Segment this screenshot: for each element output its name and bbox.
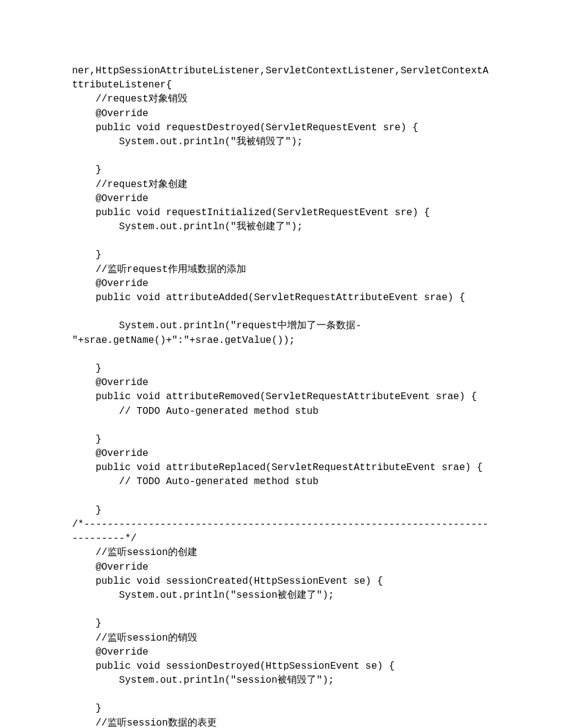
code-line: @Override — [72, 448, 148, 459]
code-line: ner,HttpSessionAttributeListener,Servlet… — [72, 65, 489, 90]
code-line: @Override — [72, 377, 148, 388]
code-line: // TODO Auto-generated method stub — [72, 406, 318, 417]
code-line: //监听session数据的表更 — [72, 718, 217, 728]
code-line: //监听session的销毁 — [72, 633, 197, 644]
code-line: @Override — [72, 193, 148, 204]
code-line: // TODO Auto-generated method stub — [72, 476, 318, 487]
code-line: /*--------------------------------------… — [72, 519, 489, 544]
code-line: @Override — [72, 108, 148, 119]
code-line: public void requestInitialized(ServletRe… — [72, 207, 430, 218]
code-line: @Override — [72, 562, 148, 573]
code-line: System.out.println("我被创建了"); — [72, 221, 303, 232]
code-line: @Override — [72, 278, 148, 289]
code-line: } — [72, 618, 101, 629]
code-line: System.out.println("session被销毁了"); — [72, 675, 334, 686]
code-line: public void sessionDestroyed(HttpSession… — [72, 661, 395, 672]
code-line: public void attributeAdded(ServletReques… — [72, 292, 465, 303]
code-line: } — [72, 249, 101, 260]
code-line: public void attributeReplaced(ServletReq… — [72, 462, 483, 473]
code-line: } — [72, 363, 101, 374]
code-line: public void requestDestroyed(ServletRequ… — [72, 122, 418, 133]
code-line: } — [72, 703, 101, 714]
code-line: @Override — [72, 647, 148, 658]
code-page: ner,HttpSessionAttributeListener,Servlet… — [0, 0, 562, 728]
code-line: System.out.println("我被销毁了"); — [72, 136, 303, 147]
code-line: public void attributeRemoved(ServletRequ… — [72, 391, 477, 402]
code-line: public void sessionCreated(HttpSessionEv… — [72, 576, 383, 587]
code-line: } — [72, 164, 101, 175]
code-line: } — [72, 505, 101, 516]
code-line: } — [72, 434, 101, 445]
code-line: System.out.println("request中增加了一条数据-"+sr… — [72, 320, 362, 345]
code-line: //监听session的创建 — [72, 547, 197, 558]
code-line: System.out.println("session被创建了"); — [72, 590, 334, 601]
code-line: //监听request作用域数据的添加 — [72, 264, 246, 275]
code-line: //request对象创建 — [72, 179, 188, 190]
code-line: //request对象销毁 — [72, 94, 188, 105]
